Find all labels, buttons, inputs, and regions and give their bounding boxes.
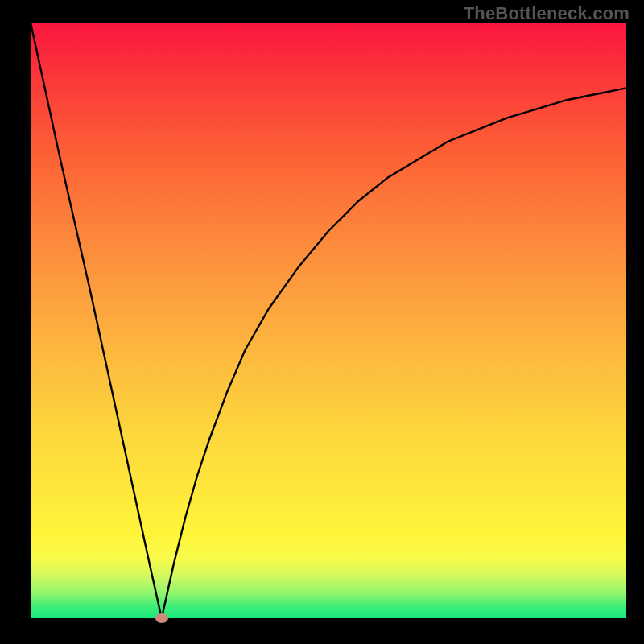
plot-area xyxy=(31,23,626,618)
curve-svg xyxy=(31,23,626,618)
chart-frame: TheBottleneck.com xyxy=(0,0,644,644)
min-point-marker xyxy=(155,613,168,623)
watermark-text: TheBottleneck.com xyxy=(464,3,630,24)
bottleneck-curve-path xyxy=(31,23,626,618)
